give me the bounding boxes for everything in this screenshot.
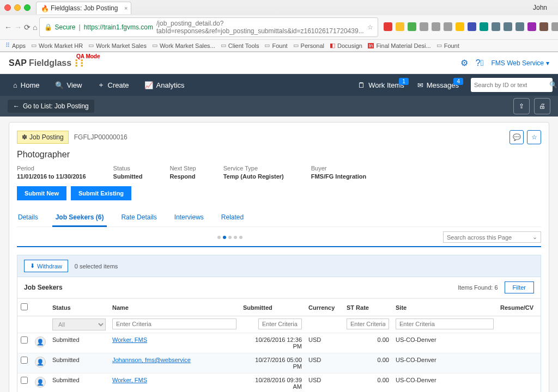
row-resume [497, 333, 541, 353]
period-value: 11/01/2016 to 11/30/2016 [17, 173, 86, 180]
status-label: Status [113, 165, 143, 171]
strate-filter-input[interactable] [347, 318, 389, 329]
table-row: 👤SubmittedWorker, FMS10/28/2016 09:39AMU… [17, 373, 541, 393]
comment-icon[interactable]: 💬 [510, 130, 524, 144]
tab-related[interactable]: Related [220, 210, 245, 226]
withdraw-button[interactable]: ⬇ Withdraw [24, 260, 68, 272]
fieldglass-favicon: 🔥 [41, 5, 47, 11]
page-search-dropdown[interactable]: Search across this Page ⌄ [443, 231, 541, 243]
bookmark-item[interactable]: ▭Fount [436, 42, 459, 49]
bookmark-item[interactable]: InFinal Material Desi... [368, 42, 431, 49]
row-checkbox[interactable] [21, 336, 28, 344]
seeker-name-link[interactable]: Worker, FMS [112, 377, 147, 383]
bookmark-item[interactable]: ▭Personal [293, 42, 324, 49]
global-search-input[interactable] [474, 82, 549, 88]
print-icon[interactable]: 🖨 [534, 98, 550, 114]
row-site: US-CO-Denver [392, 353, 497, 373]
col-strate[interactable]: ST Rate [343, 299, 392, 316]
back-icon[interactable]: ← [4, 22, 12, 32]
arrow-down-icon: ⬇ [30, 262, 35, 270]
maximize-window-icon[interactable] [24, 4, 31, 11]
apps-bookmark[interactable]: ⠿Apps [5, 42, 26, 49]
submit-new-button[interactable]: Submit New [17, 186, 66, 200]
status-filter-select[interactable]: All [52, 318, 106, 330]
row-submitted: 10/28/2016 09:39AM [240, 373, 305, 393]
row-checkbox[interactable] [21, 377, 28, 384]
row-currency: USD [305, 333, 343, 353]
clipboard-icon: 🗒 [358, 81, 365, 89]
col-name[interactable]: Name [109, 299, 240, 316]
bookmark-item[interactable]: ▭Work Market Sales... [152, 42, 215, 49]
nav-home[interactable]: ⌂Home [5, 74, 47, 96]
tab-interviews[interactable]: Interviews [173, 210, 205, 226]
close-tab-icon[interactable]: × [124, 5, 128, 11]
work-items-badge: 1 [399, 78, 409, 85]
home-icon[interactable]: ⌂ [33, 22, 37, 32]
select-all-checkbox[interactable] [21, 303, 28, 310]
forward-icon[interactable]: → [14, 22, 22, 32]
name-filter-input[interactable] [112, 318, 236, 329]
nav-view[interactable]: 🔍View [47, 74, 90, 96]
nav-work-items[interactable]: 🗒Work Items 1 [351, 81, 411, 89]
nav-messages[interactable]: ✉Messages 4 [411, 81, 465, 89]
row-submitted: 10/26/2016 12:36PM [240, 333, 305, 353]
export-icon[interactable]: ⇪ [513, 98, 530, 114]
help-icon[interactable]: ?⃝ [476, 58, 484, 68]
nextstep-value: Respond [169, 173, 196, 180]
star-icon[interactable]: ☆ [527, 130, 541, 144]
section-title: Job Seekers [24, 284, 63, 291]
home-icon: ⌂ [13, 81, 17, 89]
table-row: 👤SubmittedJohannson, fms@webservice10/27… [17, 353, 541, 373]
bookmark-item[interactable]: ◧Docusign [330, 42, 362, 49]
bookmark-item[interactable]: ▭Fount [264, 42, 287, 49]
minimize-window-icon[interactable] [14, 4, 21, 11]
row-checkbox[interactable] [21, 357, 28, 364]
analytics-icon: 📈 [144, 81, 153, 89]
row-currency: USD [305, 353, 343, 373]
col-resume[interactable]: Resume/CV [497, 299, 541, 316]
col-submitted[interactable]: Submitted [240, 299, 305, 316]
back-to-list-link[interactable]: ← Go to List: Job Posting [8, 100, 94, 113]
bookmark-item[interactable]: ▭Work Market HR [31, 42, 83, 49]
col-currency[interactable]: Currency [305, 299, 343, 316]
nav-create[interactable]: ＋Create [90, 74, 137, 96]
reload-icon[interactable]: ⟳ [24, 22, 31, 32]
bookmark-item[interactable]: ▭Work Market Sales [88, 42, 147, 49]
posting-icon: ✽ [22, 133, 27, 141]
posting-title: Photographer [17, 150, 541, 160]
address-bar[interactable]: 🔒 Secure | https://train1.fgvms.com/job_… [39, 17, 378, 37]
search-icon[interactable]: 🔍 [549, 81, 557, 89]
buyer-value: FMS/FG Integration [311, 173, 366, 180]
seeker-name-link[interactable]: Worker, FMS [112, 336, 147, 343]
close-window-icon[interactable] [4, 4, 11, 11]
carousel-dots[interactable] [217, 236, 242, 239]
col-status[interactable]: Status [49, 299, 109, 316]
chrome-profile-name[interactable]: John [533, 4, 547, 11]
tab-job-seekers[interactable]: Job Seekers (6) [54, 210, 105, 226]
gear-icon[interactable]: ⚙ [460, 58, 468, 68]
nav-analytics[interactable]: 📈Analytics [137, 74, 192, 96]
bookmark-bar: ⠿Apps ▭Work Market HR ▭Work Market Sales… [0, 39, 558, 52]
sap-fieldglass-logo[interactable]: SAP Fieldglass ⫶⫶ [9, 57, 84, 69]
nextstep-label: Next Step [169, 165, 196, 171]
bookmark-star-icon[interactable]: ☆ [367, 23, 373, 31]
row-strate: 0.00 [343, 373, 392, 393]
qa-mode-label: QA Mode [76, 53, 100, 59]
submitted-filter-input[interactable] [258, 318, 302, 329]
global-search[interactable]: 🔍 [471, 78, 553, 92]
bookmark-item[interactable]: ▭Client Tools [221, 42, 259, 49]
avatar-icon: 👤 [35, 377, 46, 388]
col-site[interactable]: Site [392, 299, 497, 316]
site-filter-input[interactable] [396, 318, 494, 329]
submit-existing-button[interactable]: Submit Existing [71, 186, 131, 200]
filter-button[interactable]: Filter [505, 281, 534, 293]
chevron-down-icon: ▾ [546, 59, 549, 67]
org-dropdown[interactable]: FMS Web Service ▾ [492, 59, 549, 67]
seeker-name-link[interactable]: Johannson, fms@webservice [112, 357, 191, 363]
tab-details[interactable]: Details [17, 210, 39, 226]
tab-rate-details[interactable]: Rate Details [120, 210, 157, 226]
window-controls[interactable] [4, 4, 31, 11]
row-site: US-CO-Denver [392, 373, 497, 393]
browser-tab[interactable]: 🔥 Fieldglass: Job Posting × [36, 2, 131, 14]
messages-badge: 4 [453, 78, 463, 85]
